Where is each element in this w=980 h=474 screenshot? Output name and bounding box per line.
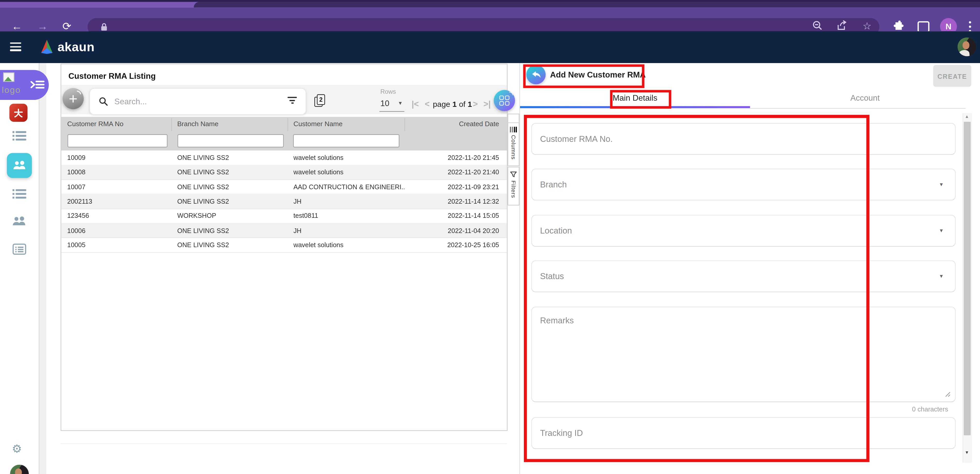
cell-created: 2022-11-14 12:32 <box>404 198 507 205</box>
table-row[interactable]: 10009ONE LIVING SS2wavelet solutions2022… <box>61 150 506 165</box>
cell-customer: JH <box>287 227 404 234</box>
browser-toolbar: ← → ⟳ ☆ akaun.cloud/#/applet/tnt/wavelet… <box>0 8 980 31</box>
broken-image-icon <box>3 72 14 82</box>
status-dropdown[interactable]: Status ▼ <box>531 260 956 292</box>
remarks-textarea[interactable] <box>532 307 955 419</box>
people-icon <box>12 160 27 170</box>
status-label: Status <box>532 272 564 281</box>
sidebar-item-list-2[interactable] <box>13 189 26 200</box>
side-tab-filters[interactable]: Filters <box>507 166 519 205</box>
cell-rma: 10006 <box>61 227 171 234</box>
table-row[interactable]: 10005ONE LIVING SS2wavelet solutions2022… <box>61 238 506 252</box>
cell-rma: 123456 <box>61 212 171 219</box>
browser-tabstrip <box>0 0 980 8</box>
chevron-down-icon[interactable]: ▼ <box>398 100 403 106</box>
chevron-down-icon: ▼ <box>939 273 943 279</box>
location-dropdown[interactable]: Location ▼ <box>531 215 956 247</box>
grid-view-button[interactable] <box>494 90 515 111</box>
tracking-id-input[interactable] <box>532 418 955 449</box>
table-row[interactable]: 10007ONE LIVING SS2AAD CONTRUCTION & ENG… <box>61 179 506 194</box>
duplicate-pages-icon[interactable]: 2 <box>314 94 326 107</box>
scrollbar-up-arrow[interactable]: ▲ <box>963 114 971 119</box>
rows-select-underline <box>379 111 404 112</box>
remarks-field <box>531 307 956 402</box>
table-row[interactable]: 10006ONE LIVING SS2JH2022-11-04 20:20 <box>61 223 506 238</box>
browser-tab[interactable] <box>194 2 980 8</box>
brand-name: akaun <box>57 40 95 54</box>
chevron-down-icon: ▼ <box>939 228 943 233</box>
table-row[interactable]: 2002113ONE LIVING SS2JH2022-11-14 12:32 <box>61 194 506 209</box>
cell-customer: wavelet solutions <box>287 168 404 176</box>
filter-input-customer[interactable] <box>293 134 399 147</box>
side-tab-columns[interactable]: Columns <box>507 122 519 166</box>
last-page-button[interactable]: >| <box>484 99 491 108</box>
create-button[interactable]: CREATE <box>933 65 971 87</box>
settings-gear-icon[interactable]: ⚙ <box>12 442 22 456</box>
rows-per-page-label: Rows <box>380 88 396 95</box>
cell-rma: 10005 <box>61 241 171 249</box>
sidebar-logo-pill[interactable]: logo <box>0 70 49 100</box>
user-avatar[interactable] <box>958 38 977 56</box>
branch-dropdown[interactable]: Branch ▼ <box>531 169 956 201</box>
chevron-down-icon: ▼ <box>939 182 943 187</box>
people-gray-icon <box>12 216 27 227</box>
sidebar-scrollbar[interactable] <box>40 63 46 474</box>
divider <box>60 443 507 444</box>
screen: ← → ⟳ ☆ akaun.cloud/#/applet/tnt/wavelet… <box>0 0 980 474</box>
next-page-button[interactable]: > <box>473 99 478 108</box>
cell-branch: ONE LIVING SS2 <box>171 154 287 161</box>
app-header: akaun <box>0 31 980 63</box>
collapse-menu-icon[interactable] <box>30 79 45 90</box>
side-panel-icon[interactable] <box>918 21 929 32</box>
columns-icon <box>510 127 517 132</box>
cell-customer: AAD CONTRUCTION & ENGINEERI... <box>287 183 404 190</box>
filter-input-rma[interactable] <box>67 134 167 147</box>
customer-rma-no-input[interactable] <box>532 124 955 154</box>
sidebar-item-records[interactable] <box>13 244 26 258</box>
panel-scrollbar-thumb[interactable] <box>964 122 970 435</box>
table-row[interactable]: 10008ONE LIVING SS2wavelet solutions2022… <box>61 165 506 180</box>
akaun-logo-icon <box>39 39 55 55</box>
table-filter-row <box>61 131 506 150</box>
page-title: Customer RMA Listing <box>68 71 156 80</box>
add-record-button[interactable]: + <box>63 88 84 109</box>
branch-label: Branch <box>532 180 567 189</box>
cell-rma: 2002113 <box>61 198 171 205</box>
customer-rma-listing-panel: Customer RMA Listing Customer RMA No Bra… <box>60 63 507 431</box>
cell-branch: ONE LIVING SS2 <box>171 168 287 176</box>
cell-customer: wavelet solutions <box>287 241 404 249</box>
tab-account[interactable]: Account <box>750 93 980 102</box>
rows-per-page-select[interactable]: 10 <box>380 98 389 108</box>
search-box <box>89 88 306 114</box>
scrollbar-down-arrow[interactable]: ▼ <box>963 450 971 455</box>
cell-created: 2022-10-25 16:05 <box>404 241 507 249</box>
cell-created: 2022-11-14 15:05 <box>404 212 507 219</box>
detail-title: Add New Customer RMA <box>550 70 646 79</box>
search-icon <box>99 97 108 106</box>
sidebar-item-people[interactable] <box>12 216 27 229</box>
first-page-button[interactable]: |< <box>412 99 419 108</box>
page-current: 1 <box>452 100 457 108</box>
side-tab-label: Filters <box>510 180 516 198</box>
back-button[interactable] <box>526 65 546 84</box>
filter-list-icon[interactable] <box>288 97 297 106</box>
bookmark-star-icon[interactable]: ☆ <box>862 19 872 32</box>
reply-arrow-icon <box>531 70 541 79</box>
prev-page-button[interactable]: < <box>425 99 430 108</box>
sidebar-item-list-1[interactable] <box>13 131 26 142</box>
search-input[interactable] <box>113 96 288 106</box>
location-label: Location <box>532 226 572 235</box>
table-header: Customer RMA No Branch Name Customer Nam… <box>61 116 506 131</box>
filter-input-branch[interactable] <box>177 134 283 147</box>
tab-main-details[interactable]: Main Details <box>520 93 750 102</box>
sidebar <box>0 63 40 474</box>
card-list-icon <box>13 244 26 255</box>
lock-icon <box>100 22 108 32</box>
table-row[interactable]: 123456WORKSHOPtest08112022-11-14 15:05 <box>61 208 506 224</box>
grid-icon <box>500 95 509 106</box>
sidebar-item-customers-active[interactable] <box>7 153 32 178</box>
hamburger-menu-icon[interactable] <box>10 43 21 51</box>
window-edge <box>0 0 980 2</box>
sidebar-item-red-app[interactable] <box>9 104 27 122</box>
resize-handle[interactable] <box>943 390 951 397</box>
